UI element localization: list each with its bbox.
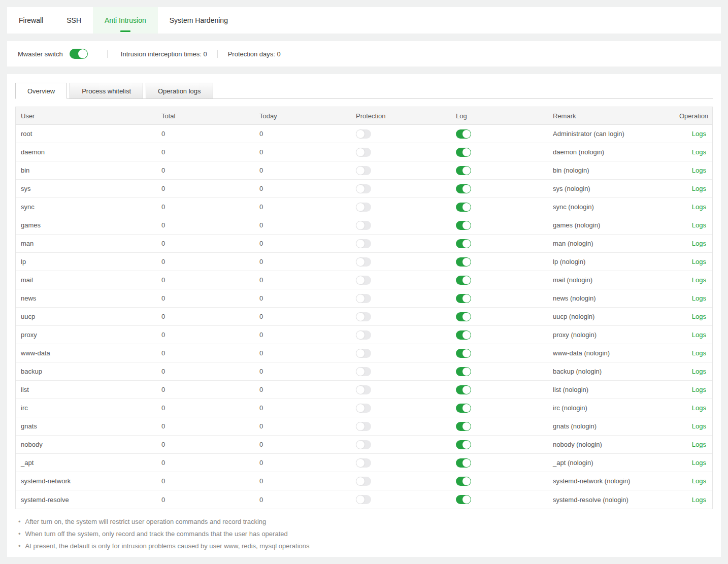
logs-link[interactable]: Logs: [692, 422, 706, 430]
protection-toggle[interactable]: [356, 495, 371, 504]
protection-toggle[interactable]: [356, 422, 371, 431]
operation-cell: Logs: [674, 130, 712, 138]
logs-link[interactable]: Logs: [692, 258, 706, 266]
log-toggle[interactable]: [456, 257, 471, 267]
protection-toggle[interactable]: [356, 330, 371, 340]
tab-ssh[interactable]: SSH: [55, 7, 93, 34]
tab-firewall[interactable]: Firewall: [7, 7, 55, 34]
log-cell: [451, 294, 548, 303]
log-toggle[interactable]: [456, 495, 471, 504]
protection-toggle[interactable]: [356, 184, 371, 193]
logs-link[interactable]: Logs: [692, 441, 706, 448]
user-cell: backup: [16, 368, 156, 375]
protection-cell: [351, 440, 451, 449]
log-toggle[interactable]: [456, 312, 471, 321]
protection-toggle[interactable]: [356, 166, 371, 175]
protection-toggle[interactable]: [356, 257, 371, 267]
protection-toggle[interactable]: [356, 312, 371, 321]
table-row: sys00sys (nologin)Logs: [16, 180, 712, 198]
master-switch-label: Mwaster switch: [18, 50, 63, 58]
operation-cell: Logs: [674, 240, 712, 247]
log-toggle[interactable]: [456, 458, 471, 468]
remark-cell: backup (nologin): [548, 368, 674, 375]
log-cell: [451, 276, 548, 285]
tab-system-hardening[interactable]: System Hardening: [158, 7, 240, 34]
logs-link[interactable]: Logs: [692, 221, 706, 229]
total-cell: 0: [156, 276, 254, 284]
logs-link[interactable]: Logs: [692, 203, 706, 211]
logs-link[interactable]: Logs: [692, 331, 706, 339]
user-cell: lp: [16, 258, 156, 266]
log-toggle[interactable]: [456, 422, 471, 431]
log-toggle[interactable]: [456, 221, 471, 230]
protection-toggle[interactable]: [356, 276, 371, 285]
log-toggle[interactable]: [456, 294, 471, 303]
protection-toggle[interactable]: [356, 458, 371, 468]
log-toggle[interactable]: [456, 330, 471, 340]
main-panel: OverviewProcess whitelistOperation logs …: [7, 74, 721, 557]
protection-toggle[interactable]: [356, 440, 371, 449]
protection-toggle[interactable]: [356, 404, 371, 413]
table-row: backup00backup (nologin)Logs: [16, 362, 712, 381]
operation-cell: Logs: [674, 294, 712, 302]
log-toggle[interactable]: [456, 404, 471, 413]
logs-link[interactable]: Logs: [692, 477, 706, 485]
log-toggle[interactable]: [456, 239, 471, 248]
subtab-overview[interactable]: Overview: [15, 83, 67, 99]
logs-link[interactable]: Logs: [692, 148, 706, 156]
protection-toggle[interactable]: [356, 294, 371, 303]
remark-cell: nobody (nologin): [548, 441, 674, 448]
logs-link[interactable]: Logs: [692, 386, 706, 393]
toggle-knob: [462, 441, 471, 449]
log-toggle[interactable]: [456, 440, 471, 449]
protection-toggle[interactable]: [356, 203, 371, 212]
logs-link[interactable]: Logs: [692, 496, 706, 504]
logs-link[interactable]: Logs: [692, 240, 706, 247]
remark-cell: list (nologin): [548, 386, 674, 393]
logs-link[interactable]: Logs: [692, 167, 706, 174]
log-toggle[interactable]: [456, 276, 471, 285]
log-cell: [451, 312, 548, 321]
bullet-icon: •: [18, 540, 21, 552]
remark-cell: lp (nologin): [548, 258, 674, 266]
subtab-operation-logs[interactable]: Operation logs: [146, 83, 213, 99]
protection-cell: [351, 148, 451, 157]
log-toggle[interactable]: [456, 129, 471, 139]
table-row: root00Administrator (can login)Logs: [16, 125, 712, 143]
toggle-knob: [356, 258, 365, 266]
protection-toggle[interactable]: [356, 367, 371, 376]
log-toggle[interactable]: [456, 477, 471, 486]
logs-link[interactable]: Logs: [692, 185, 706, 192]
logs-link[interactable]: Logs: [692, 294, 706, 302]
protection-toggle[interactable]: [356, 349, 371, 358]
protection-toggle[interactable]: [356, 148, 371, 157]
protection-toggle[interactable]: [356, 221, 371, 230]
protection-toggle[interactable]: [356, 477, 371, 486]
logs-link[interactable]: Logs: [692, 130, 706, 138]
master-switch-toggle[interactable]: [70, 49, 88, 59]
log-toggle[interactable]: [456, 385, 471, 394]
logs-link[interactable]: Logs: [692, 276, 706, 284]
logs-link[interactable]: Logs: [692, 368, 706, 375]
protection-toggle[interactable]: [356, 239, 371, 248]
logs-link[interactable]: Logs: [692, 404, 706, 412]
toggle-knob: [462, 422, 471, 430]
protection-cell: [351, 203, 451, 212]
total-cell: 0: [156, 294, 254, 302]
protection-toggle[interactable]: [356, 385, 371, 394]
tab-anti-intrusion[interactable]: Anti Intrusion: [93, 7, 158, 34]
logs-link[interactable]: Logs: [692, 349, 706, 357]
logs-link[interactable]: Logs: [692, 313, 706, 320]
protection-toggle[interactable]: [356, 129, 371, 139]
log-toggle[interactable]: [456, 349, 471, 358]
log-toggle[interactable]: [456, 166, 471, 175]
subtab-process-whitelist[interactable]: Process whitelist: [70, 83, 143, 99]
remark-cell: _apt (nologin): [548, 459, 674, 467]
log-toggle[interactable]: [456, 148, 471, 157]
header-tabbar: FirewallSSHAnti IntrusionSystem Hardenin…: [7, 7, 721, 34]
logs-link[interactable]: Logs: [692, 459, 706, 467]
log-toggle[interactable]: [456, 367, 471, 376]
log-toggle[interactable]: [456, 184, 471, 193]
log-toggle[interactable]: [456, 203, 471, 212]
toggle-knob: [356, 404, 365, 412]
